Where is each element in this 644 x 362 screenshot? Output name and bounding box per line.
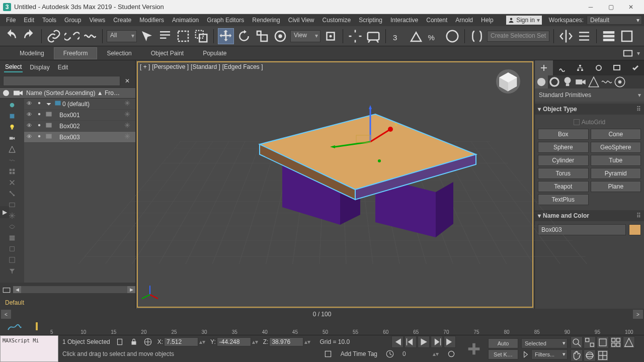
ribbon-tab-populate[interactable]: Populate <box>193 47 236 59</box>
primitive-plane-button[interactable]: Plane <box>591 181 641 192</box>
dot-icon[interactable] <box>34 100 44 108</box>
display-groups-icon[interactable] <box>7 166 18 177</box>
ribbon-tab-freeform[interactable]: Freeform <box>54 47 98 59</box>
primitive-box-button[interactable]: Box <box>538 129 589 140</box>
track-bar[interactable]: 5101520253035404550556065707580859095100 <box>0 320 644 335</box>
primitive-torus-button[interactable]: Torus <box>538 168 589 179</box>
coord-z-input[interactable]: 38.976 <box>269 337 303 346</box>
menu-file[interactable]: File <box>2 17 20 24</box>
visibility-icon[interactable] <box>24 122 34 130</box>
selection-lock-icon[interactable] <box>115 337 124 346</box>
primitive-cylinder-button[interactable]: Cylinder <box>538 155 589 166</box>
menu-tools[interactable]: Tools <box>38 17 60 24</box>
scene-tree-item[interactable]: Box002 <box>24 121 135 132</box>
goto-start-button[interactable] <box>391 336 404 348</box>
link-button[interactable] <box>46 28 62 44</box>
menu-graph-editors[interactable]: Graph Editors <box>203 17 248 24</box>
geometry-category-tab[interactable] <box>535 75 548 88</box>
dot-icon[interactable] <box>34 122 44 130</box>
menu-views[interactable]: Views <box>85 17 109 24</box>
scene-tab-select[interactable]: Select <box>4 62 23 72</box>
time-slider[interactable]: < 0 / 100 > <box>0 309 644 320</box>
viewport-label-part[interactable]: [Edged Faces ] <box>222 63 263 70</box>
next-frame-button[interactable] <box>431 336 443 348</box>
primitive-cone-button[interactable]: Cone <box>591 129 641 140</box>
rectangular-selection-button[interactable] <box>175 28 191 44</box>
scene-tab-edit[interactable]: Edit <box>57 63 69 72</box>
autogrid-checkbox[interactable]: AutoGrid <box>538 118 641 129</box>
set-key-button[interactable]: Set K… <box>488 349 518 359</box>
display-particle-icon[interactable] <box>7 254 18 265</box>
time-config-icon[interactable] <box>385 349 394 358</box>
zoom-icon[interactable] <box>571 336 583 348</box>
menu-create[interactable]: Create <box>109 17 135 24</box>
scene-explorer-layerset[interactable]: Default <box>0 297 135 309</box>
freeze-icon[interactable] <box>122 100 132 108</box>
primitive-textplus-button[interactable]: TextPlus <box>538 194 589 205</box>
unlink-button[interactable] <box>64 28 80 44</box>
play-button[interactable] <box>418 336 430 348</box>
coord-y-input[interactable]: -44.248 <box>217 337 251 346</box>
use-pivot-center-button[interactable] <box>323 28 339 44</box>
display-helpers-icon[interactable] <box>7 144 18 155</box>
systems-category-tab[interactable] <box>613 75 626 88</box>
key-filters-dropdown[interactable]: Filters... <box>531 349 568 359</box>
scene-explorer-scroll-right-icon[interactable]: ▶ <box>127 286 135 293</box>
spacewarps-category-tab[interactable] <box>600 75 613 88</box>
primitive-teapot-button[interactable]: Teapot <box>538 181 589 192</box>
scene-explorer-clear-icon[interactable]: ✕ <box>122 76 132 86</box>
display-cameras-icon[interactable] <box>7 133 18 144</box>
viewport-label[interactable]: [ + ][Perspective ][Standard ][Edged Fac… <box>140 63 265 70</box>
zoom-all-icon[interactable] <box>584 336 596 348</box>
create-panel-tab[interactable] <box>535 60 553 75</box>
ribbon-tab-object paint[interactable]: Object Paint <box>141 47 193 59</box>
display-geometry-icon[interactable] <box>7 111 18 122</box>
display-all-icon[interactable] <box>7 100 18 111</box>
edit-named-selection-button[interactable] <box>469 28 485 44</box>
workspace-select[interactable]: Default <box>587 16 642 25</box>
visibility-icon[interactable] <box>24 133 34 141</box>
lock-icon[interactable] <box>129 337 138 346</box>
scale-button[interactable] <box>254 28 270 44</box>
prev-frame-button[interactable] <box>405 336 417 348</box>
undo-button[interactable] <box>3 28 19 44</box>
scene-explorer-filter-input[interactable] <box>3 76 120 86</box>
primitive-sphere-button[interactable]: Sphere <box>538 142 589 153</box>
display-xrefs-icon[interactable] <box>7 177 18 188</box>
select-and-manipulate-button[interactable] <box>347 28 363 44</box>
display-shape-icon[interactable] <box>7 243 18 254</box>
set-key-plus-icon[interactable] <box>463 338 485 360</box>
bind-to-space-warp-button[interactable] <box>82 28 98 44</box>
select-object-button[interactable] <box>139 28 155 44</box>
cameras-category-tab[interactable] <box>574 75 587 88</box>
viewport-perspective[interactable]: x [ + ][Perspective ][Standard ][Edged F… <box>136 60 534 309</box>
time-tag-button[interactable]: Add Time Tag <box>341 350 377 357</box>
expand-icon[interactable]: ⏷ <box>44 101 53 108</box>
motion-panel-tab[interactable] <box>590 60 608 75</box>
geometry-type-dropdown[interactable]: Standard Primitives <box>535 88 644 102</box>
current-frame-input[interactable]: 0 <box>403 350 425 357</box>
object-type-rollup-header[interactable]: ▾Object Type⠿ <box>535 104 644 115</box>
menu-help[interactable]: Help <box>477 17 498 24</box>
toggle-layer-explorer-button[interactable] <box>601 28 617 44</box>
scene-tree-item[interactable]: Box003 <box>24 132 135 143</box>
redo-button[interactable] <box>21 28 37 44</box>
window-crossing-button[interactable] <box>193 28 209 44</box>
pan-icon[interactable] <box>571 349 583 361</box>
align-button[interactable] <box>576 28 592 44</box>
field-of-view-icon[interactable] <box>623 336 635 348</box>
minimize-button[interactable]: ─ <box>581 2 601 13</box>
time-slider-prev-icon[interactable]: < <box>1 310 11 319</box>
goto-end-button[interactable] <box>444 336 456 348</box>
menu-scripting[interactable]: Scripting <box>355 17 386 24</box>
ribbon-dropdown-icon[interactable]: ▾ <box>637 50 640 57</box>
max-viewport-icon[interactable] <box>597 349 609 361</box>
freeze-icon[interactable] <box>122 133 132 141</box>
auto-key-button[interactable]: Auto <box>488 338 518 348</box>
isolate-icon[interactable] <box>324 349 333 358</box>
coord-display-mode-icon[interactable] <box>143 337 152 346</box>
signin-button[interactable]: Sign in ▾ <box>506 16 542 25</box>
orbit-icon[interactable] <box>584 349 596 361</box>
selection-filter-dropdown[interactable]: All <box>107 30 137 42</box>
rotate-button[interactable] <box>236 28 252 44</box>
